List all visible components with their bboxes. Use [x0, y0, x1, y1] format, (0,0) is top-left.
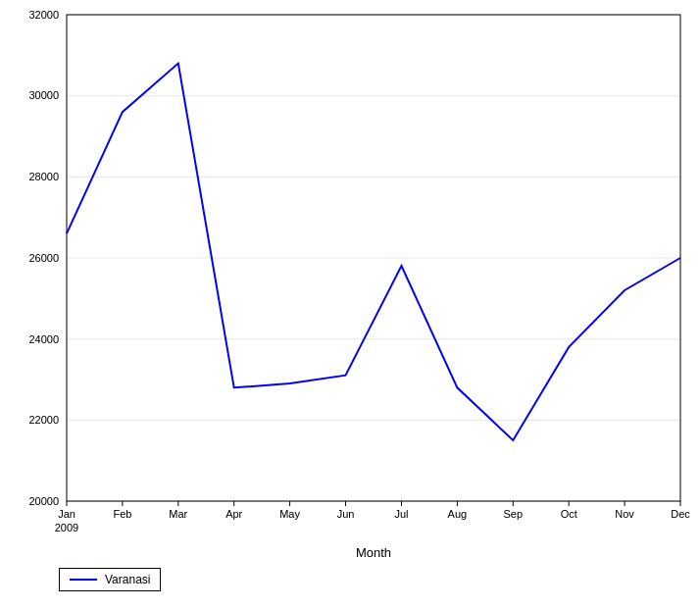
y-tick-28000: 28000 — [28, 171, 59, 182]
x-label-feb: Feb — [113, 508, 131, 520]
y-tick-26000: 26000 — [28, 252, 59, 264]
x-axis-label: Month — [356, 545, 391, 560]
x-label-nov: Nov — [615, 508, 634, 520]
chart-container: 20000 22000 24000 26000 28000 30000 3200… — [0, 0, 700, 609]
x-label-jul: Jul — [394, 508, 408, 520]
x-label-sep: Sep — [504, 508, 524, 520]
y-tick-30000: 30000 — [28, 89, 59, 101]
x-label-aug: Aug — [448, 508, 468, 520]
x-label-2009: 2009 — [55, 522, 78, 533]
x-label-mar: Mar — [169, 508, 187, 520]
y-tick-22000: 22000 — [28, 414, 59, 426]
x-label-jan: Jan — [58, 508, 75, 520]
x-label-jun: Jun — [337, 508, 355, 520]
y-tick-32000: 32000 — [28, 9, 59, 21]
chart-svg: 20000 22000 24000 26000 28000 30000 3200… — [0, 0, 700, 609]
x-label-oct: Oct — [561, 508, 577, 520]
legend-label: Varanasi — [105, 573, 150, 586]
y-tick-20000: 20000 — [28, 495, 59, 507]
x-label-apr: Apr — [225, 508, 242, 520]
y-tick-24000: 24000 — [28, 333, 59, 345]
legend: Varanasi — [59, 568, 161, 591]
x-label-may: May — [279, 508, 300, 520]
x-label-dec: Dec — [671, 508, 690, 520]
legend-line — [70, 579, 97, 581]
